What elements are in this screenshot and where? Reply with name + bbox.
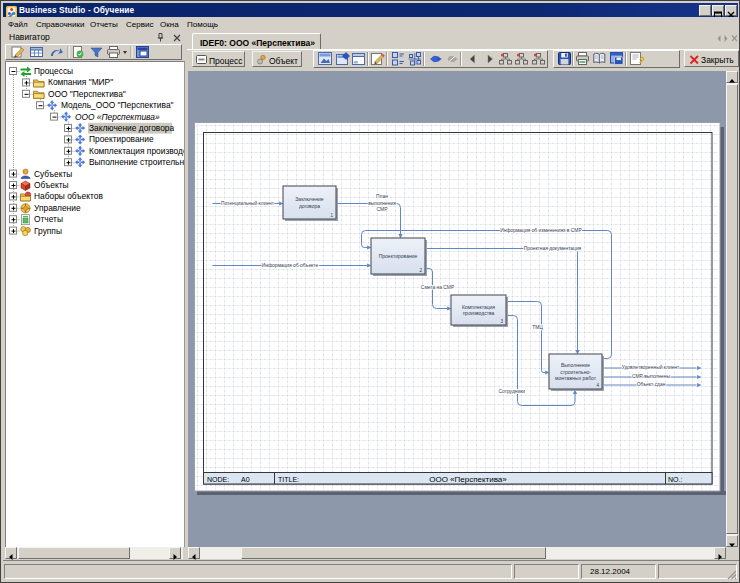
svg-text:Удовлетворенный клиент: Удовлетворенный клиент bbox=[622, 364, 680, 370]
svg-text:Проектная документация: Проектная документация bbox=[524, 246, 582, 251]
svg-text:2: 2 bbox=[419, 268, 422, 273]
svg-text:Модель_ООО "Перспектива": Модель_ООО "Перспектива" bbox=[61, 100, 174, 110]
svg-text:Группы: Группы bbox=[34, 226, 62, 236]
svg-text:Выполнение строительно-мон: Выполнение строительно-мон bbox=[89, 157, 184, 167]
svg-text:выполнения: выполнения bbox=[368, 201, 396, 206]
svg-text:Смета на СМР: Смета на СМР bbox=[421, 285, 454, 290]
svg-text:Наборы объектов: Наборы объектов bbox=[34, 191, 103, 201]
svg-text:План: План bbox=[376, 194, 388, 199]
svg-text:Процессы: Процессы bbox=[34, 66, 73, 76]
svg-text:Компания "МИР": Компания "МИР" bbox=[48, 77, 113, 87]
svg-text:Заключение: Заключение bbox=[295, 196, 324, 202]
svg-text:4: 4 bbox=[596, 383, 599, 388]
svg-text:1: 1 bbox=[330, 213, 333, 218]
svg-text:СМР: СМР bbox=[377, 207, 388, 212]
svg-text:Проектирование: Проектирование bbox=[89, 134, 154, 144]
svg-text:Проектирование: Проектирование bbox=[379, 253, 418, 259]
svg-text:ООО "Перспектива": ООО "Перспектива" bbox=[48, 89, 126, 99]
svg-text:договора: договора bbox=[299, 203, 320, 209]
svg-text:Объект сдан: Объект сдан bbox=[637, 382, 666, 387]
svg-text:NO.:: NO.: bbox=[668, 476, 682, 483]
svg-text:Информация об объекте: Информация об объекте bbox=[262, 263, 319, 268]
svg-text:Потенциальный клиент: Потенциальный клиент bbox=[221, 200, 275, 206]
svg-text:Субъекты: Субъекты bbox=[34, 169, 72, 179]
svg-text:СМР выполнены: СМР выполнены bbox=[632, 374, 671, 379]
svg-text:NODE:: NODE: bbox=[207, 476, 229, 483]
svg-text:Выполнение: Выполнение bbox=[561, 362, 590, 368]
svg-text:Комплектация производства: Комплектация производства bbox=[89, 146, 184, 156]
svg-text:3: 3 bbox=[500, 319, 503, 324]
svg-text:Заключение договора: Заключение договора bbox=[89, 123, 175, 133]
svg-text:Отчеты: Отчеты bbox=[34, 214, 63, 224]
svg-text:Комплектация: Комплектация bbox=[462, 304, 495, 310]
svg-text:Информация об изменениях в СМР: Информация об изменениях в СМР bbox=[500, 228, 581, 233]
svg-text:Сотрудники: Сотрудники bbox=[499, 389, 526, 394]
svg-text:ТМЦ: ТМЦ bbox=[532, 325, 543, 330]
svg-text:Управление: Управление bbox=[34, 203, 81, 213]
svg-text:монтажных работ: монтажных работ bbox=[555, 375, 597, 381]
svg-text:Объекты: Объекты bbox=[34, 180, 69, 190]
svg-text:строительно-: строительно- bbox=[560, 369, 591, 375]
svg-text:TITLE:: TITLE: bbox=[278, 476, 299, 483]
svg-text:производства: производства bbox=[463, 310, 495, 316]
svg-text:A0: A0 bbox=[241, 476, 250, 483]
svg-text:ООО «Перспектива»: ООО «Перспектива» bbox=[75, 112, 160, 122]
svg-text:ООО «Перспектива»: ООО «Перспектива» bbox=[429, 475, 507, 484]
